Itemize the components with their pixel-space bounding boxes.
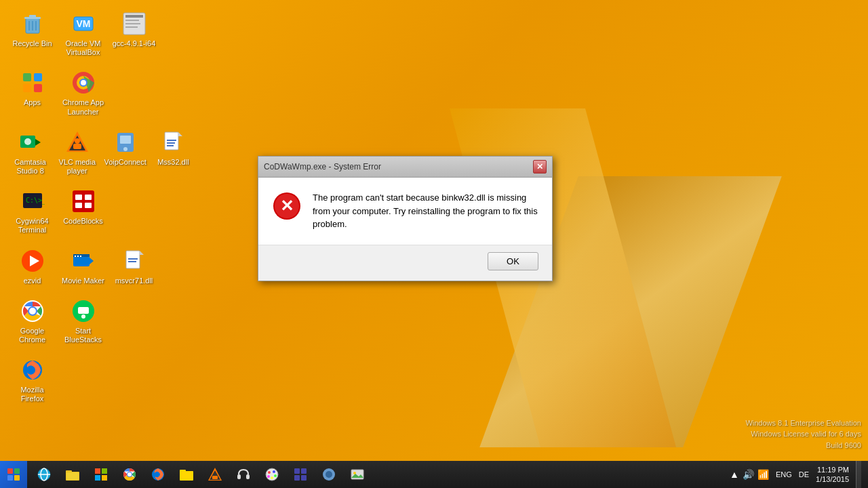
- clock[interactable]: 11:19 PM 1/13/2015: [816, 465, 849, 485]
- cygwin-label: Cygwin64 Terminal: [10, 217, 54, 235]
- desktop-icon-firefox[interactable]: Mozilla Firefox: [7, 353, 58, 407]
- ezvid-icon: [19, 247, 46, 274]
- svg-rect-13: [23, 73, 31, 81]
- svg-point-30: [123, 147, 127, 151]
- taskbar-circle[interactable]: [315, 461, 342, 488]
- desktop-icon-camtasia[interactable]: Camtasia Studio 8: [7, 125, 54, 179]
- desktop-icon-cygwin[interactable]: C:\>_ Cygwin64 Terminal: [7, 184, 58, 238]
- svg-rect-76: [102, 475, 107, 481]
- vlc-label: VLC media player: [57, 158, 97, 176]
- tray-volume[interactable]: 🔊: [743, 469, 754, 480]
- desktop-icon-bluestacks[interactable]: Start BlueStacks: [58, 294, 108, 348]
- google-chrome-label: Google Chrome: [10, 327, 54, 344]
- desktop-icon-codeblocks[interactable]: CodeBlocks: [58, 184, 108, 238]
- desktop-icon-chrome-launcher[interactable]: Chrome App Launcher: [58, 66, 108, 119]
- taskbar-firefox[interactable]: [144, 461, 172, 488]
- desktop-icon-voipconnect[interactable]: VoipConnect: [100, 125, 149, 179]
- svg-rect-87: [246, 474, 250, 479]
- vlc-icon: [64, 129, 91, 156]
- taskbar-image[interactable]: [344, 461, 371, 488]
- desktop: Recycle Bin VM Oracle VM VirtualBox: [0, 0, 868, 488]
- svg-point-89: [268, 471, 271, 474]
- license-line2: Windows License valid for 6 days: [745, 428, 861, 440]
- taskbar-chrome[interactable]: [116, 461, 143, 488]
- svg-point-79: [127, 472, 132, 476]
- license-line1: Windows 8.1 Enterprise Evaluation: [745, 418, 861, 429]
- desktop-icon-recycle-bin[interactable]: Recycle Bin: [7, 7, 58, 60]
- desktop-icon-gcc[interactable]: gcc-4.9.1-i64: [108, 7, 159, 60]
- taskbar-file-explorer[interactable]: [59, 461, 86, 488]
- svg-marker-53: [140, 251, 144, 255]
- voipconnect-icon: [112, 129, 139, 156]
- svg-point-99: [326, 471, 332, 478]
- desktop-icon-mss32[interactable]: Mss32.dll: [150, 125, 197, 179]
- error-icon: ✕: [272, 191, 302, 222]
- desktop-icon-google-chrome[interactable]: Google Chrome: [7, 294, 58, 348]
- tray-icons: ▲ 🔊 📶: [730, 469, 769, 480]
- taskbar-icons: [27, 461, 723, 488]
- svg-rect-40: [75, 195, 82, 200]
- show-desktop-button[interactable]: [856, 461, 861, 488]
- google-chrome-icon: [19, 298, 46, 325]
- taskbar-folder[interactable]: [173, 461, 200, 488]
- desktop-icon-moviemaker[interactable]: Movie Maker: [58, 244, 108, 289]
- svg-rect-9: [125, 15, 143, 18]
- svg-rect-50: [80, 256, 81, 257]
- recycle-bin-label: Recycle Bin: [12, 39, 52, 48]
- license-text: Windows 8.1 Enterprise Evaluation Window…: [745, 418, 861, 451]
- dialog-title: CoDWaWmp.exe - System Error: [264, 162, 381, 171]
- svg-rect-2: [29, 15, 36, 18]
- desktop-icon-ezvid[interactable]: ezvid: [7, 244, 58, 289]
- svg-point-92: [271, 476, 273, 479]
- desktop-icon-oracle-vm[interactable]: VM Oracle VM VirtualBox: [58, 7, 108, 60]
- desktop-icon-msvcr71[interactable]: msvcr71.dll: [108, 244, 159, 289]
- taskbar-ie[interactable]: [31, 461, 58, 488]
- svg-rect-39: [73, 190, 94, 212]
- svg-rect-16: [34, 84, 42, 92]
- svg-rect-94: [294, 468, 300, 474]
- tray-network[interactable]: 📶: [757, 469, 769, 480]
- cygwin-icon: C:\>_: [19, 188, 46, 215]
- taskbar-windows-store[interactable]: [87, 461, 115, 488]
- svg-rect-75: [95, 475, 100, 481]
- svg-rect-74: [102, 468, 107, 474]
- recycle-bin-icon: [19, 10, 46, 37]
- clock-time: 11:19 PM: [817, 465, 849, 474]
- desktop-icon-vlc[interactable]: VLC media player: [54, 125, 100, 179]
- dialog-close-button[interactable]: ✕: [533, 160, 547, 174]
- camtasia-icon: [17, 129, 44, 156]
- svg-point-93: [267, 475, 270, 478]
- svg-rect-34: [167, 140, 176, 141]
- firefox-icon: [19, 357, 46, 384]
- desktop-icon-apps[interactable]: Apps: [7, 66, 58, 119]
- start-button[interactable]: [0, 461, 27, 488]
- svg-rect-82: [180, 470, 186, 472]
- taskbar-palette[interactable]: [258, 461, 285, 488]
- gcc-icon: [121, 10, 148, 37]
- taskbar-grid[interactable]: [287, 461, 314, 488]
- svg-marker-51: [90, 258, 94, 264]
- svg-rect-14: [34, 73, 42, 81]
- taskbar-headphones[interactable]: [230, 461, 257, 488]
- moviemaker-label: Movie Maker: [62, 277, 104, 285]
- dialog-footer: OK: [258, 245, 552, 281]
- svg-text:C:\>_: C:\>_: [26, 197, 45, 205]
- svg-point-27: [75, 138, 80, 144]
- svg-point-90: [273, 470, 275, 473]
- svg-rect-12: [125, 26, 138, 28]
- svg-rect-41: [85, 195, 92, 200]
- bluestacks-label: Start BlueStacks: [61, 327, 105, 344]
- msvcr71-label: msvcr71.dll: [115, 277, 153, 285]
- dialog-ok-button[interactable]: OK: [488, 252, 538, 270]
- msvcr71-icon: [121, 247, 148, 274]
- taskbar-vlc[interactable]: [201, 461, 229, 488]
- svg-rect-81: [180, 471, 193, 481]
- svg-text:VM: VM: [76, 18, 90, 29]
- svg-rect-56: [128, 261, 136, 262]
- tray-language[interactable]: ENG: [776, 470, 792, 479]
- tray-show-hidden[interactable]: ▲: [730, 469, 739, 480]
- oracle-vm-label: Oracle VM VirtualBox: [61, 39, 105, 57]
- svg-rect-96: [294, 475, 300, 481]
- svg-rect-49: [77, 256, 79, 257]
- desktop-icons-area: Recycle Bin VM Oracle VM VirtualBox: [0, 0, 203, 447]
